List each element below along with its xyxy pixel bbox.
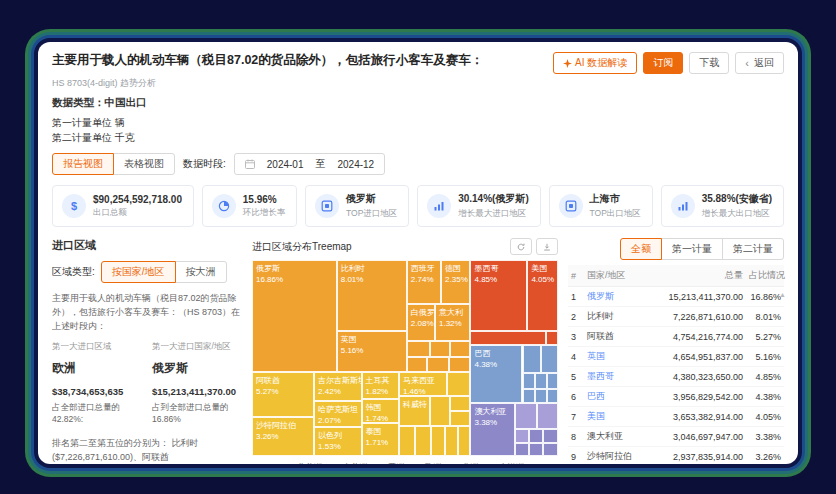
treemap-cell[interactable]: 韩国1.74%: [362, 399, 399, 423]
treemap-cell[interactable]: 白俄罗斯2.08%: [407, 304, 435, 341]
country-link[interactable]: 英国: [587, 351, 605, 361]
top-import-country-name: 俄罗斯: [152, 360, 242, 377]
treemap-cell[interactable]: 澳大利亚3.38%: [470, 403, 514, 456]
treemap-cell-name: 马来西亚: [400, 373, 446, 386]
treemap-cell[interactable]: [543, 429, 558, 443]
growth-icon: [671, 194, 695, 218]
refresh-button[interactable]: [510, 238, 532, 255]
treemap-cell-name: 泰国: [363, 424, 398, 437]
treemap-cell[interactable]: 沙特阿拉伯3.26%: [252, 417, 314, 456]
treemap-cell[interactable]: 美国4.05%: [527, 260, 558, 331]
treemap-cell[interactable]: 俄罗斯16.86%: [252, 260, 337, 372]
table-scroll-up-icon[interactable]: ▲: [779, 291, 786, 298]
country-link[interactable]: 澳大利亚: [587, 431, 623, 441]
download-button[interactable]: 下载: [689, 52, 729, 74]
treemap-cell[interactable]: [515, 403, 538, 428]
country-link[interactable]: 美国: [587, 411, 605, 421]
treemap-cell-name: 墨西哥: [471, 261, 526, 274]
back-button[interactable]: 返回: [735, 52, 784, 74]
treemap-cell[interactable]: [430, 396, 450, 425]
measure-tab[interactable]: 第一计量: [661, 238, 723, 260]
treemap-cell-pct: 5.16%: [338, 345, 406, 355]
treemap-cell[interactable]: [547, 389, 558, 404]
country-link[interactable]: 巴西: [587, 391, 605, 401]
treemap-cell[interactable]: [470, 331, 545, 345]
chart-download-button[interactable]: [536, 238, 558, 255]
treemap-cell[interactable]: [407, 341, 430, 357]
treemap-cell[interactable]: [523, 373, 536, 389]
date-range-picker[interactable]: 2024-01 至 2024-12: [234, 153, 385, 175]
ai-insight-button[interactable]: AI 数据解读: [553, 52, 637, 74]
date-from-value[interactable]: 2024-01: [267, 159, 304, 170]
measure-tab[interactable]: 第二计量: [722, 238, 784, 260]
region-type-tab[interactable]: 按大洲: [175, 261, 227, 283]
treemap-cell[interactable]: 吉尔吉斯斯坦2.42%: [314, 372, 361, 401]
treemap-cell[interactable]: 科威特: [399, 396, 430, 425]
treemap-cell[interactable]: [515, 429, 530, 443]
treemap-chart: 俄罗斯16.86%比利时8.01%英国5.16%西班牙2.74%德国2.35%白…: [252, 260, 558, 456]
treemap-cell-name: 比利时: [338, 261, 406, 274]
stat-card: 35.88%(安徽省)增长最大出口地区: [661, 185, 784, 227]
region-type-tab[interactable]: 按国家/地区: [101, 261, 176, 283]
treemap-cell[interactable]: [430, 341, 450, 357]
view-tab[interactable]: 报告视图: [52, 153, 114, 175]
view-tab[interactable]: 表格视图: [113, 153, 175, 175]
ai-star-icon: [563, 59, 572, 68]
measure-tab[interactable]: 全额: [620, 238, 662, 260]
treemap-cell[interactable]: [547, 373, 558, 389]
treemap-cell[interactable]: [541, 345, 558, 373]
treemap-cell[interactable]: 马来西亚1.46%: [399, 372, 447, 396]
treemap-cell-pct: 1.74%: [363, 413, 398, 423]
treemap-cell[interactable]: [523, 389, 536, 404]
treemap-cell[interactable]: [450, 396, 471, 411]
treemap-cell[interactable]: 阿联酋5.27%: [252, 372, 314, 417]
country-link[interactable]: 墨西哥: [587, 371, 614, 381]
total-cell: 15,213,411,370.00: [658, 287, 746, 307]
table-header-cell: #: [568, 265, 584, 287]
treemap-cell[interactable]: [529, 443, 543, 456]
treemap-cell[interactable]: [546, 331, 558, 345]
treemap-cell[interactable]: [450, 341, 470, 357]
stat-card: 俄罗斯TOP进口地区: [305, 185, 409, 227]
treemap-cell[interactable]: [543, 443, 558, 456]
legend-label: 大洋洲: [499, 462, 525, 464]
treemap-cell[interactable]: [415, 426, 431, 456]
treemap-cell[interactable]: 哈萨克斯坦2.07%: [314, 401, 361, 427]
treemap-cell[interactable]: [399, 426, 416, 456]
treemap-cell[interactable]: [523, 345, 542, 373]
treemap-cell[interactable]: [431, 426, 445, 456]
top-import-region-block: 第一大进口区域 欧洲 $38,734,653,635 占全部进口总量的42.82…: [52, 341, 142, 424]
treemap-cell[interactable]: [535, 373, 547, 389]
treemap-cell[interactable]: [535, 389, 547, 404]
treemap-cell[interactable]: [458, 426, 470, 456]
country-link[interactable]: 比利时: [587, 311, 614, 321]
treemap-cell[interactable]: 泰国1.71%: [362, 423, 399, 456]
treemap-cell[interactable]: 英国5.16%: [337, 331, 407, 372]
treemap-cell[interactable]: 巴西4.38%: [470, 345, 522, 404]
country-link[interactable]: 俄罗斯: [587, 291, 614, 301]
treemap-cell[interactable]: 西班牙2.74%: [407, 260, 441, 304]
country-link[interactable]: 沙特阿拉伯: [587, 451, 632, 461]
treemap-cell[interactable]: [450, 411, 471, 426]
pie-icon: [212, 194, 236, 218]
treemap-cell[interactable]: [407, 357, 427, 372]
subscribe-button[interactable]: 订阅: [643, 52, 683, 74]
treemap-cell[interactable]: [515, 443, 530, 456]
treemap-cell[interactable]: 以色列1.53%: [314, 427, 361, 456]
treemap-cell[interactable]: [445, 426, 458, 456]
treemap-cell[interactable]: 意大利1.32%: [435, 304, 470, 341]
legend-label: 北美洲: [297, 462, 323, 464]
treemap-cell[interactable]: 比利时8.01%: [337, 260, 407, 331]
treemap-cell[interactable]: 墨西哥4.85%: [470, 260, 527, 331]
treemap-cell[interactable]: 土耳其1.82%: [362, 372, 399, 399]
treemap-cell[interactable]: 德国2.35%: [441, 260, 470, 304]
country-link[interactable]: 阿联酋: [587, 331, 614, 341]
treemap-cell[interactable]: [537, 403, 558, 428]
treemap-cell-pct: 1.53%: [315, 441, 360, 451]
treemap-cell[interactable]: [427, 357, 449, 372]
table-header-cell: 占比情况: [746, 265, 784, 287]
treemap-cell[interactable]: [447, 372, 471, 396]
treemap-cell[interactable]: [449, 357, 470, 372]
treemap-cell[interactable]: [529, 429, 543, 443]
date-to-value[interactable]: 2024-12: [337, 159, 374, 170]
